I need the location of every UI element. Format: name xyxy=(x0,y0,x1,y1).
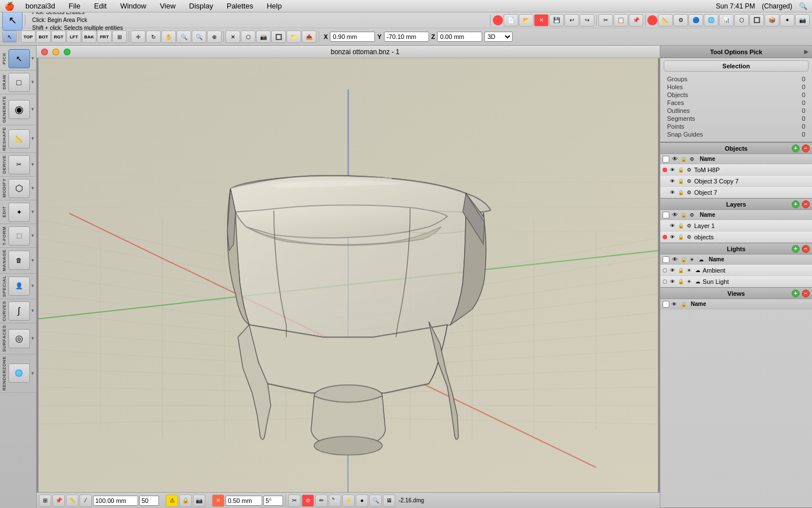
apple-menu[interactable]: 🍎 xyxy=(5,2,14,11)
size-input[interactable] xyxy=(93,496,138,506)
tb-grid[interactable]: ⊞ xyxy=(112,30,127,43)
obj2-lock[interactable]: 🔒 xyxy=(677,178,684,184)
app-menu[interactable]: bonzai3d xyxy=(23,2,58,10)
search-icon[interactable]: 🔍 xyxy=(799,2,807,10)
view-select[interactable]: 3D TOP FRT xyxy=(484,32,513,42)
light1-cloud[interactable]: ☁ xyxy=(694,268,701,273)
view-btn[interactable]: 🖥 xyxy=(383,494,395,507)
tb-more1[interactable]: ⬡ xyxy=(241,30,255,43)
objects-remove-btn[interactable]: − xyxy=(802,144,810,152)
tb-undo[interactable]: ↩ xyxy=(564,14,579,27)
tb-frt[interactable]: FRT xyxy=(97,30,112,43)
tb-b11[interactable]: 🔲 xyxy=(749,14,764,27)
edit-btn[interactable]: ✦ xyxy=(8,203,30,222)
light-row-2[interactable]: 👁 🔒 ☀ ☁ Sun Light xyxy=(660,276,812,287)
tb-b8[interactable]: 🌐 xyxy=(704,14,718,27)
light1-eye[interactable]: 👁 xyxy=(669,268,676,273)
draw-btn[interactable]: □ xyxy=(8,73,30,92)
layer-row-1[interactable]: 👁 🔒 ⚙ Layer 1 xyxy=(660,220,812,231)
special-btn[interactable]: 👤 xyxy=(8,277,30,296)
tb-more5[interactable]: 📤 xyxy=(302,30,316,43)
obj1-gear[interactable]: ⚙ xyxy=(686,167,692,173)
layer1-gear[interactable]: ⚙ xyxy=(686,223,692,229)
tb-lft[interactable]: LFT xyxy=(67,30,81,43)
tb-b10[interactable]: ⬡ xyxy=(734,14,749,27)
snap-input[interactable] xyxy=(139,496,159,506)
axis-btn[interactable]: ✕ xyxy=(212,494,224,507)
tb-cut[interactable]: ✂ xyxy=(598,14,613,27)
z-input[interactable] xyxy=(437,32,482,42)
cam-btn[interactable]: 📷 xyxy=(193,494,205,507)
pick-expand[interactable]: ▼ xyxy=(30,56,35,61)
reshape-btn[interactable]: 📐 xyxy=(8,129,30,148)
angle-input[interactable] xyxy=(263,496,283,506)
light1-lock[interactable]: 🔒 xyxy=(677,268,684,273)
tb-rgt[interactable]: RGT xyxy=(51,30,66,43)
tb-copy[interactable]: 📋 xyxy=(614,14,628,27)
tb-close[interactable]: ✕ xyxy=(534,14,549,27)
derive-expand[interactable]: ▼ xyxy=(30,162,35,167)
snap-btn[interactable]: 📌 xyxy=(52,494,65,507)
views-add-btn[interactable]: + xyxy=(792,290,800,297)
special-expand[interactable]: ▼ xyxy=(30,283,35,288)
views-check-all[interactable] xyxy=(663,301,669,308)
obj3-gear[interactable]: ⚙ xyxy=(686,190,692,195)
point-btn[interactable]: ● xyxy=(356,494,368,507)
tb-bot[interactable]: BOT xyxy=(36,30,51,43)
obj2-eye[interactable]: 👁 xyxy=(669,178,676,184)
tb-new[interactable]: 📄 xyxy=(504,14,518,27)
layer1-lock[interactable]: 🔒 xyxy=(677,223,684,229)
offset-input[interactable] xyxy=(226,496,262,506)
object-row-3[interactable]: 👁 🔒 ⚙ Object 7 xyxy=(660,187,812,198)
edge-btn[interactable]: ⚡ xyxy=(342,494,355,507)
red-stop[interactable] xyxy=(647,15,657,25)
tb-b12[interactable]: 📦 xyxy=(765,14,779,27)
y-input[interactable] xyxy=(384,32,429,42)
lights-remove-btn[interactable]: − xyxy=(802,245,810,253)
tb-b14[interactable]: 📷 xyxy=(795,14,810,27)
tb-save[interactable]: 💾 xyxy=(549,14,564,27)
layers-add-btn[interactable]: + xyxy=(792,200,800,208)
reshape-expand[interactable]: ▼ xyxy=(30,136,35,141)
object-row-2[interactable]: 👁 🔒 ⚙ Object 3 Copy 7 xyxy=(660,176,812,187)
objects-add-btn[interactable]: + xyxy=(792,144,800,152)
tform-btn[interactable]: ⬚ xyxy=(8,226,30,246)
manage-btn[interactable]: 🗑 xyxy=(8,251,30,270)
display-menu[interactable]: Display xyxy=(187,2,215,10)
warn-btn[interactable]: ⚠ xyxy=(166,494,178,507)
tb-paste[interactable]: 📌 xyxy=(629,14,643,27)
viewport-canvas[interactable] xyxy=(37,58,660,492)
tb-move[interactable]: ✛ xyxy=(131,30,145,43)
lights-add-btn[interactable]: + xyxy=(792,245,800,253)
light2-sun[interactable]: ☀ xyxy=(686,279,692,284)
tb-zoomin[interactable]: 🔍 xyxy=(176,30,191,43)
views-remove-btn[interactable]: − xyxy=(802,290,810,297)
pick-tool-btn[interactable]: ↖ xyxy=(2,10,23,30)
layer2-gear[interactable]: ⚙ xyxy=(686,234,692,240)
generate-expand[interactable]: ▼ xyxy=(30,107,35,112)
light2-lock[interactable]: 🔒 xyxy=(677,279,684,284)
manage-expand[interactable]: ▼ xyxy=(30,258,35,263)
edit-menu[interactable]: Edit xyxy=(92,2,109,10)
object-row-1[interactable]: 👁 🔒 ⚙ ToM H8P xyxy=(660,164,812,176)
minimize-window-btn[interactable] xyxy=(52,49,59,55)
layers-header[interactable]: Layers + − xyxy=(660,199,812,210)
objects-check-all[interactable] xyxy=(663,156,669,163)
tb-b7[interactable]: 🔵 xyxy=(689,14,703,27)
edit-expand[interactable]: ▼ xyxy=(30,209,35,214)
tb-more2[interactable]: 📸 xyxy=(256,30,271,43)
surfaces-expand[interactable]: ▼ xyxy=(30,336,35,341)
tform-expand[interactable]: ▼ xyxy=(30,233,35,238)
layer2-lock[interactable]: 🔒 xyxy=(677,234,684,240)
x-input[interactable] xyxy=(330,32,375,42)
scissors-btn[interactable]: ✂ xyxy=(288,494,301,507)
modify-expand[interactable]: ▼ xyxy=(30,186,35,191)
light2-eye[interactable]: 👁 xyxy=(669,279,676,284)
obj1-lock[interactable]: 🔒 xyxy=(677,167,684,173)
obj2-gear[interactable]: ⚙ xyxy=(686,178,692,184)
file-menu[interactable]: File xyxy=(67,2,83,10)
view-menu[interactable]: View xyxy=(157,2,178,10)
tb-pan[interactable]: ✋ xyxy=(161,30,176,43)
tb-top[interactable]: TOP xyxy=(21,30,36,43)
obj3-lock[interactable]: 🔒 xyxy=(677,190,684,195)
